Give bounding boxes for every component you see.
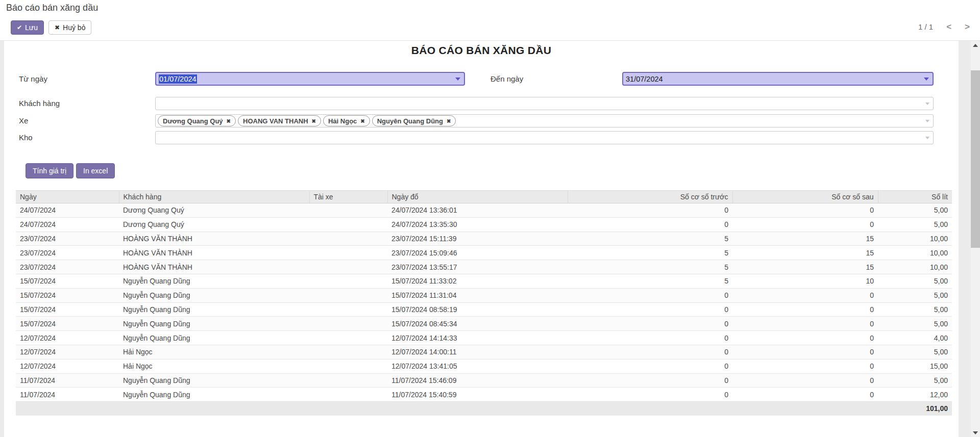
table-cell: 5,00 [878, 345, 952, 359]
column-header[interactable]: Ngày đổ [387, 191, 568, 203]
table-row[interactable]: 11/07/2024Nguyễn Quang Dũng11/07/2024 15… [16, 388, 952, 402]
warehouse-input[interactable] [155, 131, 934, 144]
table-row[interactable]: 24/07/2024Dương Quang Quý24/07/2024 13:3… [16, 203, 952, 218]
table-cell: 23/07/2024 15:11:39 [387, 232, 568, 246]
scrollbar-thumb[interactable] [971, 70, 980, 248]
cancel-button[interactable]: ✖ Huỷ bỏ [48, 20, 91, 35]
save-button[interactable]: ✔ Lưu [11, 20, 44, 35]
table-cell [309, 317, 387, 331]
table-cell: 0 [732, 373, 878, 388]
column-header[interactable]: Ngày [16, 191, 119, 203]
tag-remove-icon[interactable]: ✖ [312, 118, 316, 124]
table-cell: 0 [568, 359, 732, 373]
footer-spacer [16, 402, 878, 416]
table-cell: 5,00 [878, 317, 952, 331]
column-header[interactable]: Số lít [878, 191, 952, 203]
column-header[interactable]: Số cơ số trước [568, 191, 732, 203]
table-cell: 0 [568, 331, 732, 345]
table-row[interactable]: 24/07/2024Dương Quang Quý24/07/2024 13:3… [16, 217, 952, 232]
pager-prev-button[interactable]: < [946, 22, 951, 31]
dropdown-caret-icon[interactable] [455, 78, 460, 81]
table-cell: 12,00 [878, 388, 952, 402]
table-cell: Nguyễn Quang Dũng [119, 373, 309, 388]
table-cell: 0 [732, 217, 878, 232]
vehicle-tag-label: Dương Quang Quý [163, 117, 223, 125]
table-cell: Nguyễn Quang Dũng [119, 388, 309, 402]
scroll-down-button[interactable] [971, 428, 980, 437]
chevron-left-icon: < [946, 22, 951, 32]
table-cell: 4,00 [878, 331, 952, 345]
dropdown-caret-icon[interactable] [924, 78, 929, 81]
tag-remove-icon[interactable]: ✖ [360, 118, 364, 124]
table-cell [309, 260, 387, 274]
table-cell [309, 288, 387, 302]
table-cell [309, 302, 387, 317]
table-row[interactable]: 12/07/2024Hải Ngọc12/07/2024 13:41:05001… [16, 359, 952, 373]
table-body: 24/07/2024Dương Quang Quý24/07/2024 13:3… [16, 203, 952, 402]
compute-value-button[interactable]: Tính giá trị [26, 163, 74, 178]
table-cell: Nguyễn Quang Dũng [119, 331, 309, 345]
table-cell: 5,00 [878, 217, 952, 232]
tag-remove-icon[interactable]: ✖ [227, 118, 231, 124]
vehicle-tag-label: Nguyên Quang Dũng [377, 117, 443, 125]
table-cell: 24/07/2024 [16, 203, 119, 218]
customer-label: Khách hàng [19, 97, 60, 110]
table-cell: 12/07/2024 [16, 359, 119, 373]
table-row[interactable]: 15/07/2024Nguyễn Quang Dũng15/07/2024 08… [16, 317, 952, 331]
table-row[interactable]: 15/07/2024Nguyễn Quang Dũng15/07/2024 08… [16, 302, 952, 317]
from-date-input[interactable]: 01/07/2024 [155, 72, 465, 86]
total-liters: 101,00 [878, 402, 952, 416]
screen: Báo cáo bán xăng dầu ✔ Lưu ✖ Huỷ bỏ 1 / … [0, 0, 980, 437]
table-cell: 5,00 [878, 288, 952, 302]
scroll-up-button[interactable] [971, 41, 980, 49]
table-row[interactable]: 12/07/2024Hải Ngọc12/07/2024 14:00:11005… [16, 345, 952, 359]
customer-input[interactable] [155, 97, 934, 110]
column-header[interactable]: Tài xe [309, 191, 387, 203]
table-cell: 15/07/2024 [16, 302, 119, 317]
table-footer-row: 101,00 [16, 402, 952, 416]
vertical-scrollbar[interactable] [971, 41, 980, 437]
table-row[interactable]: 15/07/2024Nguyễn Quang Dũng15/07/2024 11… [16, 274, 952, 288]
form-buttons: ✔ Lưu ✖ Huỷ bỏ [11, 20, 91, 35]
export-excel-button[interactable]: In excel [76, 163, 115, 178]
table-cell: 10,00 [878, 260, 952, 274]
table-cell: 15/07/2024 [16, 317, 119, 331]
table-cell: Hải Ngọc [119, 345, 309, 359]
table-cell [309, 373, 387, 388]
table-cell: 15/07/2024 [16, 288, 119, 302]
close-icon: ✖ [55, 24, 60, 31]
to-date-input[interactable]: 31/07/2024 [622, 72, 934, 86]
table-cell: 24/07/2024 13:36:01 [387, 203, 568, 218]
warehouse-label: Kho [19, 131, 33, 144]
table-cell [309, 345, 387, 359]
breadcrumb[interactable]: Báo cáo bán xăng dầu [6, 3, 98, 13]
dropdown-caret-icon[interactable] [925, 120, 929, 122]
pager-next-button[interactable]: > [965, 22, 970, 31]
table-cell: 12/07/2024 [16, 331, 119, 345]
top-bar: Báo cáo bán xăng dầu ✔ Lưu ✖ Huỷ bỏ 1 / … [0, 0, 980, 41]
table-cell [309, 217, 387, 232]
table-row[interactable]: 23/07/2024HOÀNG VĂN THÀNH23/07/2024 15:1… [16, 232, 952, 246]
column-header[interactable]: Khách hàng [119, 191, 309, 203]
table-cell: 15/07/2024 [16, 274, 119, 288]
table-cell: HOÀNG VĂN THÀNH [119, 246, 309, 260]
vehicle-tag: HOANG VAN THANH✖ [238, 115, 321, 126]
pager: 1 / 1 < > [918, 22, 970, 31]
vehicle-input[interactable]: Dương Quang Quý✖HOANG VAN THANH✖Hải Ngọc… [155, 114, 934, 127]
table-row[interactable]: 23/07/2024HOÀNG VĂN THÀNH23/07/2024 13:5… [16, 260, 952, 274]
dropdown-caret-icon[interactable] [925, 102, 929, 105]
column-header[interactable]: Số cơ số sau [732, 191, 878, 203]
table-cell: 5,00 [878, 302, 952, 317]
table-cell: 15 [732, 260, 878, 274]
dropdown-caret-icon[interactable] [925, 137, 929, 139]
chevron-right-icon: > [965, 22, 970, 32]
table-row[interactable]: 23/07/2024HOÀNG VĂN THÀNH23/07/2024 15:0… [16, 246, 952, 260]
content-area: BÁO CÁO BÁN XĂNG DẦU Từ ngày 01/07/2024 … [0, 41, 980, 437]
table-row[interactable]: 12/07/2024Nguyễn Quang Dũng12/07/2024 14… [16, 331, 952, 345]
table-cell: 0 [732, 288, 878, 302]
table-row[interactable]: 15/07/2024Nguyễn Quang Dũng15/07/2024 11… [16, 288, 952, 302]
table-cell [309, 203, 387, 218]
save-button-label: Lưu [25, 23, 38, 32]
tag-remove-icon[interactable]: ✖ [447, 118, 451, 124]
table-row[interactable]: 11/07/2024Nguyễn Quang Dũng11/07/2024 15… [16, 373, 952, 388]
